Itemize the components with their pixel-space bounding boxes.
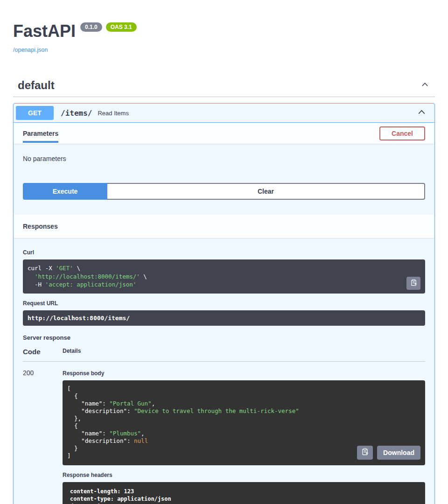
response-body-actions: Download — [357, 446, 420, 460]
opblock-get-items: GET /items/ Read Items Parameters Cancel… — [13, 103, 435, 504]
curl-command-block: curl -X 'GET' \ 'http://localhost:8000/i… — [23, 259, 425, 294]
request-url-value: http://localhost:8000/items/ — [23, 310, 425, 326]
curl-line3: -H 'accept: application/json' — [28, 281, 136, 288]
response-details-cell: Response body [ { "name": "Portal Gun", … — [63, 369, 425, 504]
response-table-header: Code Details — [23, 348, 425, 362]
chevron-up-icon — [417, 112, 427, 119]
info-header: FastAPI 0.1.0 OAS 3.1 /openapi.json — [0, 0, 448, 54]
api-title: FastAPI — [13, 21, 76, 41]
response-body-label: Response body — [63, 370, 425, 377]
cancel-button[interactable]: Cancel — [379, 126, 425, 140]
http-method-badge: GET — [16, 106, 54, 120]
responses-section-header: Responses — [14, 215, 434, 238]
code-column-header: Code — [23, 348, 63, 356]
execute-wrapper: Execute Clear — [14, 183, 434, 215]
operation-path: /items/ — [61, 109, 92, 118]
section-collapse-button[interactable] — [420, 79, 430, 91]
response-row: 200 Response body [ { "name": "Portal Gu… — [23, 362, 425, 504]
chevron-up-icon — [420, 84, 429, 91]
server-response-label: Server response — [23, 334, 425, 341]
response-headers-block: content-length: 123 content-type: applic… — [63, 482, 425, 504]
parameters-section-header: Parameters Cancel — [14, 123, 434, 144]
openapi-spec-link[interactable]: /openapi.json — [13, 47, 48, 53]
operation-summary-text: Read Items — [98, 110, 416, 117]
execute-button[interactable]: Execute — [23, 183, 107, 200]
responses-header-title: Responses — [23, 223, 58, 230]
responses-wrapper: Curl curl -X 'GET' \ 'http://localhost:8… — [14, 238, 434, 504]
status-code: 200 — [23, 369, 63, 504]
api-wrapper: default GET /items/ Read Items Parameter… — [13, 79, 435, 504]
copy-response-button[interactable] — [357, 446, 373, 460]
parameters-container: No parameters — [14, 144, 434, 183]
opblock-collapse-button[interactable] — [416, 106, 427, 119]
copy-curl-button[interactable] — [406, 277, 420, 290]
response-headers-label: Response headers — [63, 472, 425, 478]
request-url-label: Request URL — [23, 300, 425, 307]
curl-label: Curl — [23, 249, 425, 256]
opblock-body: Parameters Cancel No parameters Execute … — [14, 123, 434, 504]
version-badge: 0.1.0 — [80, 22, 102, 32]
oas-badge: OAS 3.1 — [106, 22, 137, 32]
response-body-block: [ { "name": "Portal Gun", "description":… — [63, 380, 425, 465]
tab-parameters[interactable]: Parameters — [23, 124, 58, 143]
download-button[interactable]: Download — [377, 446, 420, 460]
no-parameters-text: No parameters — [23, 155, 66, 162]
tag-section-header[interactable]: default — [13, 79, 435, 97]
tag-section-title: default — [18, 79, 55, 92]
badges: 0.1.0 OAS 3.1 — [80, 22, 137, 32]
clipboard-copy-icon — [410, 279, 417, 287]
clear-button[interactable]: Clear — [107, 183, 425, 200]
clipboard-copy-icon — [361, 448, 369, 457]
curl-line2: 'http://localhost:8000/items/' \ — [28, 273, 147, 280]
api-title-row: FastAPI 0.1.0 OAS 3.1 — [13, 21, 435, 41]
curl-line1: curl -X 'GET' \ — [28, 265, 80, 272]
opblock-summary[interactable]: GET /items/ Read Items — [14, 104, 434, 123]
details-column-header: Details — [63, 348, 81, 356]
